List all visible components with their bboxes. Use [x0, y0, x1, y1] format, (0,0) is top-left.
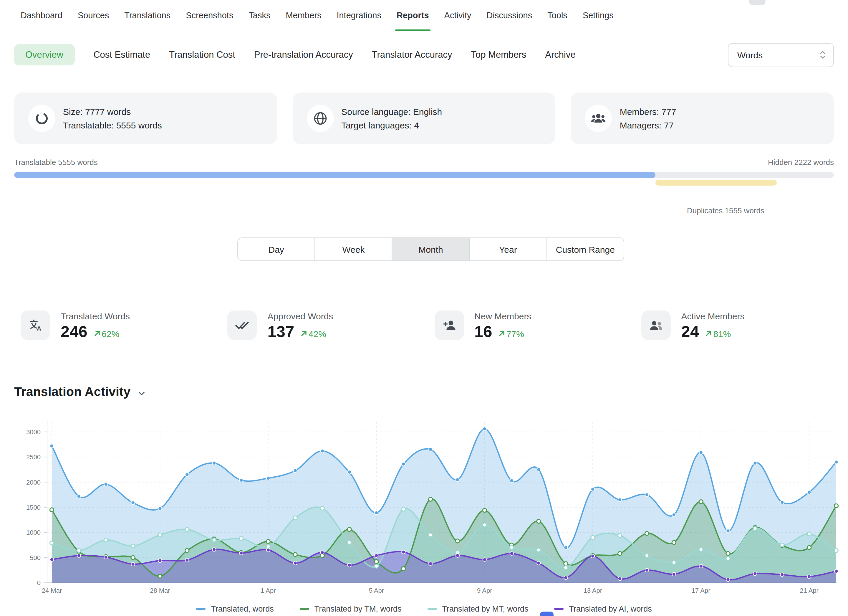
duplicates-label: Duplicates 1555 words: [687, 206, 764, 215]
legend-item-translated-words[interactable]: Translated, words: [196, 604, 274, 613]
stat-label: Translated Words: [61, 311, 130, 321]
top-nav-items: DashboardSourcesTranslationsScreenshotsT…: [21, 0, 614, 31]
stat-delta-value: 62%: [102, 328, 119, 338]
svg-text:5 Apr: 5 Apr: [369, 587, 384, 594]
svg-text:1000: 1000: [26, 529, 41, 536]
trend-up-icon: [93, 330, 101, 337]
members-icon: [585, 105, 612, 132]
svg-text:13 Apr: 13 Apr: [583, 587, 602, 594]
report-tabs: OverviewCost EstimateTranslation CostPre…: [14, 44, 728, 65]
legend-item-translated-by-tm-words[interactable]: Translated by TM, words: [300, 604, 402, 613]
nav-item-settings[interactable]: Settings: [583, 0, 614, 31]
trend-up-icon: [498, 330, 505, 337]
tab-overview[interactable]: Overview: [14, 44, 74, 65]
activity-header: Translation Activity: [14, 385, 146, 399]
target-languages-line: Target languages: 4: [341, 119, 442, 132]
translatable-words-label: Translatable 5555 words: [14, 158, 98, 167]
svg-text:1 Apr: 1 Apr: [261, 587, 276, 594]
legend-swatch: [427, 608, 437, 610]
range-month[interactable]: Month: [392, 238, 469, 260]
globe-icon: [307, 105, 334, 132]
nav-item-sources[interactable]: Sources: [78, 0, 109, 31]
trend-up-icon: [300, 330, 307, 337]
tab-archive[interactable]: Archive: [545, 49, 575, 60]
cropped-bottom-element[interactable]: [540, 611, 553, 616]
svg-text:A: A: [37, 325, 41, 332]
nav-item-dashboard[interactable]: Dashboard: [21, 0, 62, 31]
top-nav: DashboardSourcesTranslationsScreenshotsT…: [0, 0, 848, 31]
stat-delta-value: 77%: [506, 328, 524, 338]
tab-translator-accuracy[interactable]: Translator Accuracy: [372, 49, 452, 60]
stat-delta: 77%: [498, 328, 524, 338]
nav-item-screenshots[interactable]: Screenshots: [186, 0, 233, 31]
tab-translation-cost[interactable]: Translation Cost: [169, 49, 235, 60]
avatar[interactable]: [749, 0, 766, 5]
svg-text:21 Apr: 21 Apr: [800, 587, 818, 594]
translation-activity-chart: 24 Mar28 Mar1 Apr5 Apr9 Apr13 Apr17 Apr2…: [0, 407, 848, 602]
legend-swatch: [300, 608, 309, 610]
progress-track: [14, 172, 834, 178]
translatable-bar: [14, 172, 655, 178]
stat-approved-words: Approved Words 137 42%: [228, 310, 434, 341]
nav-item-tasks[interactable]: Tasks: [249, 0, 270, 31]
nav-item-members[interactable]: Members: [286, 0, 322, 31]
stat-value: 246: [61, 323, 87, 341]
svg-text:2000: 2000: [26, 479, 41, 486]
nav-item-integrations[interactable]: Integrations: [337, 0, 381, 31]
stat-label: Active Members: [681, 311, 745, 321]
size-line: Size: 7777 words: [63, 105, 162, 119]
svg-text:9 Apr: 9 Apr: [477, 587, 492, 594]
nav-item-reports[interactable]: Reports: [397, 0, 429, 31]
svg-text:28 Mar: 28 Mar: [150, 587, 170, 594]
svg-text:17 Apr: 17 Apr: [692, 587, 710, 594]
summary-cards: Size: 7777 words Translatable: 5555 word…: [14, 92, 834, 144]
tab-cost-estimate[interactable]: Cost Estimate: [93, 49, 150, 60]
nav-item-activity[interactable]: Activity: [444, 0, 471, 31]
range-custom-range[interactable]: Custom Range: [547, 238, 624, 260]
stat-label: New Members: [474, 311, 531, 321]
stat-translated-words: A Translated Words 246 62%: [21, 310, 228, 341]
stat-value: 137: [268, 323, 295, 341]
range-week[interactable]: Week: [314, 238, 391, 260]
chart-legend: Translated, wordsTranslated by TM, words…: [0, 604, 848, 613]
unit-select-value: Words: [737, 50, 763, 60]
stat-label: Approved Words: [268, 311, 333, 321]
stat-delta: 81%: [705, 328, 731, 338]
progress-bars: Duplicates 1555 words: [14, 172, 834, 196]
nav-item-tools[interactable]: Tools: [547, 0, 568, 31]
legend-label: Translated by TM, words: [314, 604, 402, 613]
unit-select[interactable]: Words: [728, 43, 834, 67]
stats-row: A Translated Words 246 62% Approved Word…: [21, 310, 848, 341]
range-day[interactable]: Day: [238, 238, 314, 260]
nav-item-translations[interactable]: Translations: [124, 0, 170, 31]
stat-delta-value: 42%: [308, 328, 326, 338]
tab-top-members[interactable]: Top Members: [471, 49, 526, 60]
nav-item-discussions[interactable]: Discussions: [486, 0, 532, 31]
stat-new-members: New Members 16 77%: [434, 310, 641, 341]
legend-label: Translated, words: [211, 604, 274, 613]
double-check-icon: [228, 310, 257, 340]
range-year[interactable]: Year: [469, 238, 546, 260]
sync-icon: [28, 105, 55, 132]
svg-text:3000: 3000: [26, 428, 41, 436]
stat-delta: 42%: [300, 328, 326, 338]
source-language-line: Source language: English: [341, 105, 442, 119]
svg-text:0: 0: [37, 579, 41, 586]
legend-swatch: [554, 608, 564, 610]
legend-item-translated-by-ai-words[interactable]: Translated by AI, words: [554, 604, 652, 613]
collapse-chevron-icon[interactable]: [137, 389, 146, 398]
stat-active-members: Active Members 24 81%: [641, 310, 848, 341]
words-progress: Translatable 5555 words Hidden 2222 word…: [14, 158, 834, 196]
legend-item-translated-by-mt-words[interactable]: Translated by MT, words: [427, 604, 528, 613]
tab-pre-translation-accuracy[interactable]: Pre-translation Accuracy: [254, 49, 353, 60]
svg-text:1500: 1500: [26, 504, 41, 511]
legend-label: Translated by AI, words: [569, 604, 652, 613]
legend-label: Translated by MT, words: [442, 604, 528, 613]
members-line: Members: 777: [620, 105, 676, 119]
legend-swatch: [196, 608, 206, 610]
svg-text:2500: 2500: [26, 453, 41, 461]
date-range-toggle: DayWeekMonthYearCustom Range: [237, 237, 624, 261]
report-tabs-bar: OverviewCost EstimateTranslation CostPre…: [0, 42, 848, 68]
trend-up-icon: [705, 330, 712, 337]
translatable-line: Translatable: 5555 words: [63, 119, 162, 132]
